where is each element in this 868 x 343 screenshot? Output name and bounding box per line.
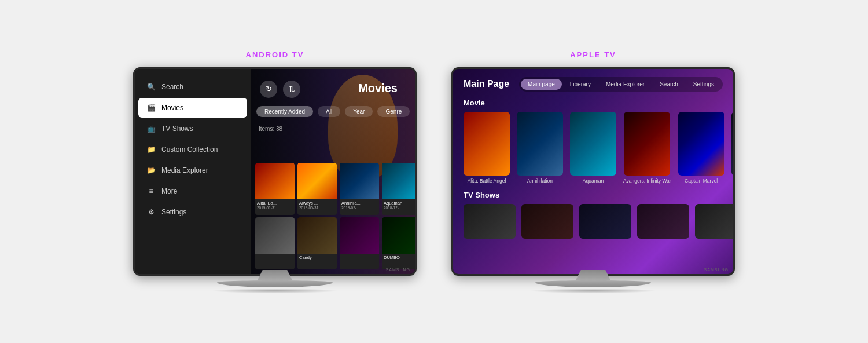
poster-alita [464,112,510,176]
filter-all[interactable]: All [318,106,340,117]
apple-movie-annihilation[interactable]: Annihilation [517,112,563,184]
samsung-logo-apple: SAMSUNG [704,268,729,272]
tv-neck-apple [576,270,610,280]
apple-tv-frame: Main Page Main page Liberary Media Explo… [451,67,735,293]
poster-avengers [624,112,670,176]
apple-movie-row: Alita: Battle Angel Annihilation Aquaman… [453,112,733,184]
sort-button[interactable]: ⇅ [283,81,300,98]
sidebar-item-search[interactable]: 🔍 Search [138,77,247,97]
apple-movie-creed[interactable]: Creed II [731,112,733,184]
apple-tv-bezel: Main Page Main page Liberary Media Explo… [451,67,735,276]
nav-search[interactable]: Search [653,79,685,90]
show-card-5[interactable] [695,204,733,239]
android-tv-bezel: 🔍 Search 🎬 Movies 📺 TV Shows 📁 Custom Co… [133,67,417,276]
apple-tv-section: APPLE TV Main Page Main page Liberary Me… [451,50,735,293]
sidebar-item-custom[interactable]: 📁 Custom Collection [138,140,247,159]
sidebar-item-settings[interactable]: ⚙ Settings [138,202,247,222]
sidebar-item-movies[interactable]: 🎬 Movies [138,98,247,118]
more-icon: ≡ [146,187,156,196]
movie-card-candy[interactable]: Candy [297,217,337,269]
movie-card-b3[interactable] [340,217,379,269]
movie-section-title: Movie [453,96,733,112]
nav-main-page[interactable]: Main page [521,79,562,90]
show-card-3[interactable] [579,204,631,239]
movie-card-annihilation[interactable]: Annihila... 2018-02-... [340,163,379,215]
android-tv-label: ANDROID TV [246,50,304,59]
movies-icon: 🎬 [146,103,156,112]
apple-movie-name-alita: Alita: Battle Angel [468,178,506,184]
filter-bar: Recently Added All Year Genre [256,106,410,117]
movie-card-dumbo[interactable]: DUMBO [382,217,415,269]
movie-row-2: Candy DUMBO [255,217,410,269]
search-icon: 🔍 [146,82,156,92]
android-sidebar: 🔍 Search 🎬 Movies 📺 TV Shows 📁 Custom Co… [135,69,251,274]
refresh-button[interactable]: ↻ [260,81,277,98]
apple-movie-name-avengers: Avangers: Infinity War [623,178,671,184]
nav-media-explorer[interactable]: Media Explorer [599,79,652,90]
android-screen: 🔍 Search 🎬 Movies 📺 TV Shows 📁 Custom Co… [135,69,415,274]
sidebar-item-tvshows[interactable]: 📺 TV Shows [138,119,247,138]
android-tv-frame: 🔍 Search 🎬 Movies 📺 TV Shows 📁 Custom Co… [133,67,417,293]
tvshows-section-title: TV Shows [453,188,733,204]
apple-tvshows-row [453,204,733,239]
tv-shadow [211,289,339,293]
filter-year[interactable]: Year [345,106,373,117]
tv-base [217,280,333,287]
apple-movie-avengers[interactable]: Avangers: Infinity War [623,112,671,184]
filter-recently-added[interactable]: Recently Added [256,106,313,117]
apple-tv-label: APPLE TV [570,50,616,59]
nav-library[interactable]: Liberary [563,79,598,90]
android-content: Movies ↻ ⇅ Recently Added All Year Genre… [251,69,415,274]
apple-screen: Main Page Main page Liberary Media Explo… [453,69,733,274]
apple-movie-name-aquaman: Aquaman [583,178,604,184]
apple-top-bar: Main Page Main page Liberary Media Explo… [453,69,733,96]
poster-annihilation [517,112,563,176]
tvshows-icon: 📺 [146,124,156,133]
poster-captain [678,112,724,176]
movie-card-always[interactable]: Always ... 2019-05-31 [297,163,337,215]
settings-icon: ⚙ [146,207,156,217]
explorer-icon: 📂 [146,166,156,175]
movie-row-1: Alita: Ba... 2019-01-31 Always ... 2019-… [255,163,410,215]
apple-movie-name-annihilation: Annihilation [527,178,553,184]
nav-settings[interactable]: Settings [686,79,721,90]
show-card-1[interactable] [464,204,516,239]
movie-card-aquaman[interactable]: Aquaman 2018-12-... [382,163,415,215]
tv-base-apple [535,280,651,287]
samsung-logo-android: SAMSUNG [386,268,410,272]
top-controls: ↻ ⇅ [260,81,300,98]
movie-card-alita[interactable]: Alita: Ba... 2019-01-31 [255,163,295,215]
show-card-2[interactable] [521,204,573,239]
movie-grid: Alita: Ba... 2019-01-31 Always ... 2019-… [255,163,410,269]
apple-movie-aquaman[interactable]: Aquaman [570,112,616,184]
apple-movie-captain[interactable]: Captain Marvel [678,112,724,184]
apple-nav: Main page Liberary Media Explorer Search… [519,77,723,92]
show-card-4[interactable] [637,204,689,239]
tv-neck [258,270,292,280]
poster-aquaman [570,112,616,176]
content-title: Movies [358,82,398,95]
apple-movie-name-captain: Captain Marvel [685,178,718,184]
tv-shadow-apple [529,289,657,293]
sidebar-item-more[interactable]: ≡ More [138,181,247,201]
poster-creed [731,112,733,176]
sidebar-item-explorer[interactable]: 📂 Media Explorer [138,160,247,180]
filter-genre[interactable]: Genre [377,106,410,117]
movie-card-b1[interactable] [255,217,295,269]
apple-movie-alita[interactable]: Alita: Battle Angel [464,112,510,184]
android-tv-stand [211,270,339,293]
custom-icon: 📁 [146,145,156,154]
items-count: Items: 38 [259,126,282,132]
apple-tv-stand [529,270,657,293]
android-tv-section: ANDROID TV 🔍 Search 🎬 Movies 📺 [133,50,417,293]
apple-main-title: Main Page [464,79,509,89]
